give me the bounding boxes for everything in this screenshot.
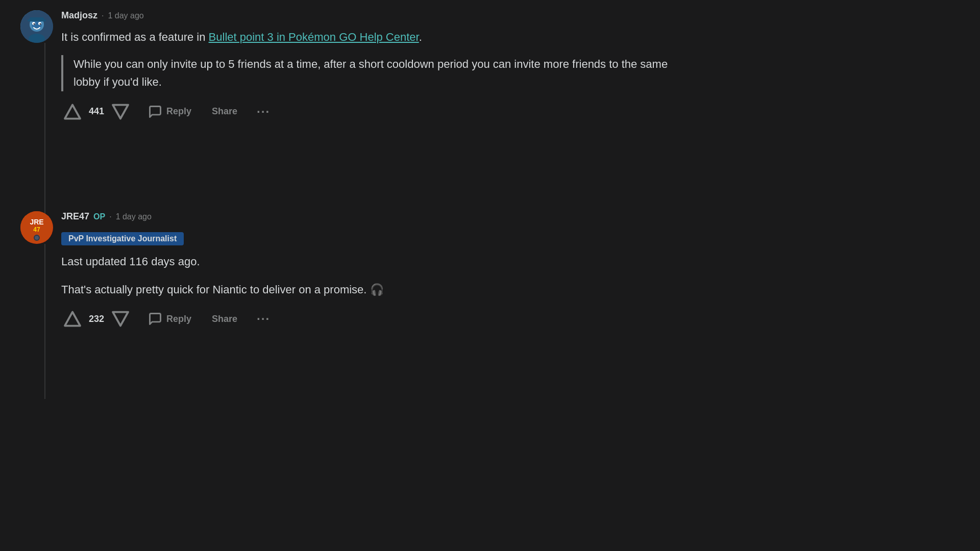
comment-madjosz: Madjosz · 1 day ago It is confirmed as a… bbox=[20, 10, 694, 196]
more-button-madjosz[interactable]: ··· bbox=[254, 104, 273, 120]
comment-content-madjosz: Madjosz · 1 day ago It is confirmed as a… bbox=[61, 10, 694, 196]
svg-text:JRE: JRE bbox=[30, 218, 43, 226]
op-badge-jre47: OP bbox=[93, 212, 105, 221]
svg-marker-10 bbox=[65, 105, 80, 118]
svg-point-8 bbox=[40, 23, 41, 25]
vote-count-madjosz: 441 bbox=[89, 106, 104, 117]
comment-body-madjosz: It is confirmed as a feature in Bullet p… bbox=[61, 28, 694, 91]
svg-marker-18 bbox=[113, 312, 128, 326]
svg-rect-4 bbox=[28, 19, 46, 21]
share-button-madjosz[interactable]: Share bbox=[208, 104, 241, 119]
vote-section-madjosz: 441 bbox=[61, 101, 132, 123]
svg-marker-11 bbox=[113, 105, 128, 118]
comment-meta-jre47: JRE47 OP · 1 day ago bbox=[61, 211, 694, 222]
username-jre47: JRE47 bbox=[61, 211, 89, 222]
upvote-button-madjosz[interactable] bbox=[61, 101, 84, 123]
downvote-button-jre47[interactable] bbox=[109, 308, 132, 330]
avatar-jre47: JRE 47 bbox=[20, 211, 53, 244]
action-bar-jre47: 232 Reply Share ··· bbox=[61, 308, 694, 330]
help-center-link[interactable]: Bullet point 3 in Pokémon GO Help Center bbox=[209, 31, 419, 43]
username-madjosz: Madjosz bbox=[61, 10, 97, 21]
svg-point-16 bbox=[35, 236, 39, 240]
svg-marker-17 bbox=[65, 312, 80, 326]
more-button-jre47[interactable]: ··· bbox=[254, 311, 273, 327]
timestamp-madjosz: 1 day ago bbox=[108, 11, 143, 20]
avatar-madjosz bbox=[20, 10, 53, 43]
reply-button-jre47[interactable]: Reply bbox=[144, 310, 195, 328]
thread-line-jre47 bbox=[44, 244, 45, 399]
thread-line-madjosz bbox=[44, 43, 45, 229]
blockquote-madjosz: While you can only invite up to 5 friend… bbox=[61, 55, 694, 91]
timestamp-jre47: 1 day ago bbox=[116, 212, 152, 221]
action-bar-madjosz: 441 Reply Share ··· bbox=[61, 101, 694, 123]
vote-section-jre47: 232 bbox=[61, 308, 132, 330]
comment-body-jre47: Last updated 116 days ago. That's actual… bbox=[61, 253, 694, 298]
svg-text:47: 47 bbox=[33, 226, 40, 233]
reply-button-madjosz[interactable]: Reply bbox=[144, 103, 195, 121]
share-button-jre47[interactable]: Share bbox=[208, 312, 241, 327]
flair-badge-jre47: PvP Investigative Journalist bbox=[61, 229, 694, 253]
vote-count-jre47: 232 bbox=[89, 314, 104, 324]
comment-meta-madjosz: Madjosz · 1 day ago bbox=[61, 10, 694, 21]
comment-content-jre47: JRE47 OP · 1 day ago PvP Investigative J… bbox=[61, 211, 694, 366]
comment-jre47: JRE 47 JRE47 OP · 1 day ago PvP Investig… bbox=[20, 211, 694, 366]
upvote-button-jre47[interactable] bbox=[61, 308, 84, 330]
svg-point-7 bbox=[34, 23, 35, 25]
downvote-button-madjosz[interactable] bbox=[109, 101, 132, 123]
